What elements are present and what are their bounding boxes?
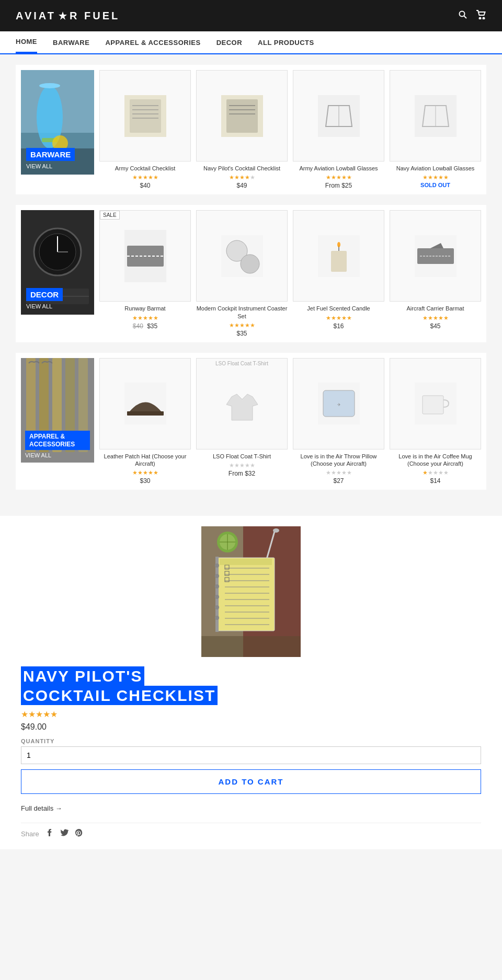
apparel-product-price-1: $30 (140, 477, 150, 485)
apparel-product-name-4: Love is in the Air Coffee Mug (Choose yo… (390, 453, 481, 468)
barware-product-1[interactable]: Army Cocktail Checklist ★★★★★ $40 (99, 70, 191, 189)
search-icon[interactable] (458, 10, 467, 22)
barware-hero[interactable]: BARWARE VIEW ALL (21, 70, 94, 175)
svg-point-4 (483, 17, 485, 19)
nav-item-home[interactable]: HOME (16, 31, 37, 53)
decor-product-1[interactable]: SALE Runway Barmat ★★★★★ $40 $35 (99, 210, 191, 337)
decor-product-stars-3: ★★★★★ (326, 315, 352, 321)
hat-image (124, 383, 166, 424)
decor-product-3[interactable]: Jet Fuel Scented Candle ★★★★★ $16 (293, 210, 384, 337)
product-detail-image-box (201, 526, 301, 657)
barware-product-soldout-4: SOLD OUT (420, 182, 450, 188)
barware-product-image-1 (99, 70, 191, 162)
apparel-product-price-4: $14 (430, 477, 440, 485)
apparel-product-1[interactable]: Leather Patch Hat (Choose your Aircraft)… (99, 358, 191, 485)
product-title-line1: NAVY PILOT'S (21, 666, 144, 686)
apparel-product-2[interactable]: LSO Float Coat T-Shirt LSO Float Coat T-… (196, 358, 288, 485)
decor-product-image-2 (196, 210, 288, 302)
pinterest-icon[interactable] (75, 828, 83, 839)
share-section: Share (21, 823, 481, 839)
apparel-products-grid: Leather Patch Hat (Choose your Aircraft)… (99, 358, 481, 485)
barware-product-stars-4: ★★★★★ (423, 174, 449, 181)
decor-product-new-price-1: $35 (147, 322, 157, 330)
nav-item-apparel[interactable]: APPAREL & ACCESSORIES (105, 32, 200, 53)
decor-product-price-2: $35 (236, 330, 247, 337)
barware-overlay: BARWARE VIEW ALL (21, 143, 94, 175)
product-detail-stars: ★★★★★ (21, 709, 481, 719)
apparel-hero[interactable]: APPAREL & ACCESSORIES VIEW ALL (21, 358, 94, 463)
decor-product-name-4: Aircraft Carrier Barmat (406, 305, 464, 312)
add-to-cart-button[interactable]: ADD TO CART (21, 769, 481, 794)
svg-marker-0 (59, 11, 67, 20)
apparel-product-name-1: Leather Patch Hat (Choose your Aircraft) (99, 453, 191, 468)
decor-product-name-2: Modern Cockpit Instrument Coaster Set (196, 305, 288, 320)
barware-product-2[interactable]: Navy Pilot's Cocktail Checklist ★★★★★ $4… (196, 70, 288, 189)
decor-hero[interactable]: DECOR VIEW ALL (21, 210, 94, 315)
barware-product-image-3 (293, 70, 384, 162)
full-details-link[interactable]: Full details → (21, 804, 481, 812)
pillow-image: ✈ (318, 383, 360, 424)
logo[interactable]: AVIAT R FUEL (16, 10, 120, 22)
decor-label: DECOR (26, 288, 63, 301)
tshirt-image (221, 386, 263, 428)
apparel-product-stars-3: ★★★★★ (326, 469, 352, 476)
twitter-icon[interactable] (60, 828, 69, 839)
lso-shirt-label: LSO Float Coat T-Shirt (197, 359, 287, 366)
barware-product-stars-1: ★★★★★ (132, 174, 158, 181)
barware-product-image-2 (196, 70, 288, 162)
decor-product-stars-4: ★★★★★ (423, 315, 449, 321)
decor-section: DECOR VIEW ALL SALE Runway Barmat ★★★★★ (16, 205, 486, 342)
decor-products-grid: SALE Runway Barmat ★★★★★ $40 $35 (99, 210, 481, 337)
product-detail-image-container (16, 526, 486, 657)
decor-product-4[interactable]: Aircraft Carrier Barmat ★★★★★ $45 (390, 210, 481, 337)
barware-product-name-1: Army Cocktail Checklist (115, 165, 176, 172)
svg-point-70 (215, 595, 219, 599)
barware-product-stars-3: ★★★★★ (326, 174, 352, 181)
facebook-icon[interactable] (45, 828, 54, 839)
coaster-set-image (221, 235, 263, 277)
decor-view-all[interactable]: VIEW ALL (26, 303, 89, 309)
svg-point-71 (215, 605, 219, 609)
cart-icon[interactable] (476, 10, 486, 22)
svg-point-8 (39, 83, 60, 88)
svg-point-72 (215, 616, 219, 620)
svg-rect-87 (201, 636, 301, 657)
header: AVIAT R FUEL (0, 0, 502, 31)
apparel-product-image-1 (99, 358, 191, 449)
logo-text-after: R FUEL (70, 10, 120, 22)
decor-product-name-3: Jet Fuel Scented Candle (307, 305, 370, 312)
apparel-view-all[interactable]: VIEW ALL (25, 452, 90, 458)
decor-product-price-1: $40 $35 (133, 322, 157, 330)
svg-point-64 (273, 528, 279, 533)
decor-product-image-4 (390, 210, 481, 302)
decor-product-2[interactable]: Modern Cockpit Instrument Coaster Set ★★… (196, 210, 288, 337)
apparel-overlay: APPAREL & ACCESSORIES VIEW ALL (21, 426, 94, 463)
barware-products-grid: Army Cocktail Checklist ★★★★★ $40 Navy P… (99, 70, 481, 189)
barware-view-all[interactable]: VIEW ALL (26, 163, 89, 169)
decor-product-price-3: $16 (333, 322, 344, 330)
header-icons (458, 10, 486, 22)
decor-overlay: DECOR VIEW ALL (21, 283, 94, 315)
nav-item-all-products[interactable]: ALL PRODUCTS (258, 32, 314, 53)
decor-product-stars-1: ★★★★★ (132, 315, 158, 321)
apparel-product-price-3: $27 (333, 477, 344, 485)
svg-rect-13 (130, 99, 161, 133)
barware-product-price-3: From $25 (325, 182, 352, 189)
apparel-product-image-4 (390, 358, 481, 449)
product-detail-img (201, 526, 301, 657)
apparel-product-3[interactable]: ✈ Love is in the Air Throw Pillow (Choos… (293, 358, 384, 485)
apparel-product-image-2: LSO Float Coat T-Shirt (196, 358, 288, 449)
sale-badge: SALE (100, 211, 120, 220)
nav-item-barware[interactable]: BARWARE (53, 32, 89, 53)
svg-point-37 (241, 255, 259, 273)
nav-item-decor[interactable]: DECOR (216, 32, 242, 53)
quantity-input[interactable] (21, 746, 481, 764)
barware-product-3[interactable]: Army Aviation Lowball Glasses ★★★★★ From… (293, 70, 384, 189)
barware-product-name-2: Navy Pilot's Cocktail Checklist (203, 165, 280, 172)
product-title: NAVY PILOT'S COCKTAIL CHECKLIST (21, 667, 481, 704)
barware-product-4[interactable]: Navy Aviation Lowball Glasses ★★★★★ SOLD… (390, 70, 481, 189)
apparel-product-4[interactable]: Love is in the Air Coffee Mug (Choose yo… (390, 358, 481, 485)
barware-product-name-4: Navy Aviation Lowball Glasses (396, 165, 475, 172)
barware-product-stars-2: ★★★★★ (229, 174, 255, 181)
decor-product-old-price-1: $40 (133, 322, 143, 330)
